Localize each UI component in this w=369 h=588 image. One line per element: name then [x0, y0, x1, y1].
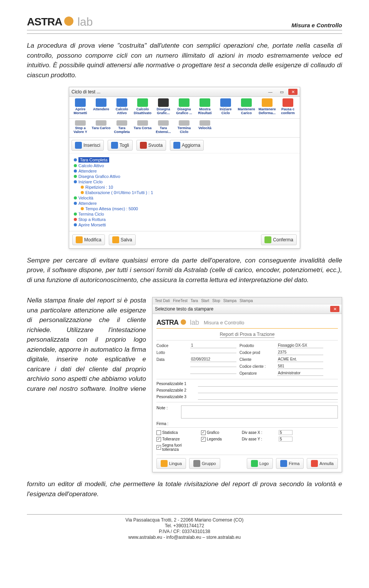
action-button[interactable]: Inserisci: [71, 140, 104, 151]
menu-item[interactable]: Stop: [212, 299, 220, 303]
checkbox[interactable]: ✓Grafico: [201, 430, 239, 435]
page-footer: Via Passalacqua Trotti, 2 - 22066 Marian…: [27, 514, 342, 540]
paragraph-2: Sempre per cercare di evitare qualsiasi …: [27, 256, 342, 285]
tree-item[interactable]: Aprire Morsetti: [74, 223, 295, 227]
checkbox[interactable]: Statistica: [156, 430, 199, 435]
tree-item[interactable]: Termina Ciclo: [74, 212, 295, 216]
tree-item[interactable]: Velocità: [74, 196, 295, 200]
bottom-button[interactable]: Modifica: [72, 234, 105, 245]
field-input[interactable]: [190, 373, 236, 374]
menu-item[interactable]: Stampa: [223, 299, 236, 303]
menu-item[interactable]: Tara: [191, 299, 198, 303]
action-button[interactable]: Svuota: [136, 140, 166, 151]
tree-item[interactable]: Stop a Rottura: [74, 217, 295, 222]
toolbar-button[interactable]: Mostra Risultati: [194, 98, 215, 115]
toolbar-button[interactable]: Calcolo Attivo: [111, 98, 132, 115]
toolbar-button[interactable]: Velocità: [194, 120, 215, 134]
action-button[interactable]: Aggiorna: [170, 140, 204, 151]
field-label: Pesonalizzabile 2: [156, 388, 195, 393]
action-button[interactable]: Togli: [108, 140, 133, 151]
tree-item[interactable]: Attendere: [74, 169, 295, 173]
field-label: Div asse X :: [242, 430, 276, 435]
toolbar-button[interactable]: Disegna Grafic...: [153, 98, 174, 115]
minimize-icon[interactable]: —: [266, 89, 275, 95]
field-label: Lotto: [156, 350, 187, 355]
tree-view[interactable]: Tara CompletaCalcolo AttivoAttendereDise…: [69, 153, 300, 231]
toolbar-button[interactable]: Tara Estensi...: [153, 120, 174, 134]
dialog-button[interactable]: Annulla: [307, 458, 338, 469]
toolbar-button[interactable]: Aprire Morsetti: [70, 98, 91, 115]
note-input[interactable]: [181, 405, 338, 419]
menu-item[interactable]: Start: [201, 299, 209, 303]
window-title: Ciclo di test ...: [71, 89, 100, 95]
tree-item[interactable]: Elaborazione ( 0=Ultimo 1=Tutti ) : 1: [74, 190, 295, 195]
maximize-icon[interactable]: ▭: [277, 89, 286, 95]
toolbar-button[interactable]: Mantenere Deforma...: [257, 98, 278, 115]
field-input[interactable]: [198, 382, 338, 387]
dialog-titlebar: Selezione testo da stampare ✕: [153, 304, 342, 314]
toolbar-button[interactable]: Calcolo Disattivato: [132, 98, 153, 115]
toolbar-button[interactable]: Tara Carico: [91, 120, 111, 134]
dialog-button[interactable]: Firma: [276, 458, 304, 469]
toolbar-button[interactable]: Iniziare Ciclo: [215, 98, 236, 115]
checkbox[interactable]: ✓Tolleranze: [156, 437, 199, 442]
field-input[interactable]: [190, 352, 236, 353]
field-input[interactable]: Fissaggio DX-SX: [277, 343, 323, 348]
field-input[interactable]: [198, 388, 338, 393]
footer-line-2: Tel. +39031744172: [27, 523, 342, 528]
logo-icon: [181, 319, 186, 325]
tree-item[interactable]: Calcolo Attivo: [74, 163, 295, 168]
paragraph-3b: fornito un editor di modelli, che permet…: [27, 479, 342, 499]
titlebar: Ciclo di test ... — ▭ ✕: [69, 87, 300, 97]
field-input[interactable]: 1: [190, 343, 236, 348]
tree-item[interactable]: Tempo Attesa (msec) : 5000: [74, 206, 295, 211]
dialog-button[interactable]: Logo: [247, 458, 273, 469]
logo-main-text: ASTRA: [27, 16, 62, 28]
field-input[interactable]: Administrator: [277, 370, 323, 376]
bottom-button[interactable]: Conferma: [261, 234, 297, 245]
footer-line-4: www.astralab.eu - info@astralab.eu – sto…: [27, 535, 342, 540]
menu-item[interactable]: FineTest: [173, 299, 188, 303]
divider: [27, 33, 342, 34]
checkbox-grid: Statistica ✓Grafico Div asse X :5✓Toller…: [156, 427, 338, 452]
field-input[interactable]: 5: [279, 437, 293, 442]
field-input[interactable]: 02/08/2012: [190, 357, 236, 362]
dialog-button[interactable]: Gruppo: [189, 458, 220, 469]
field-label: Pesonalizzabile 1: [156, 382, 195, 387]
logo-icon: [64, 17, 73, 26]
tree-item[interactable]: Disegna Grafico Attivo: [74, 174, 295, 179]
field-input[interactable]: 581: [277, 364, 323, 369]
checkbox[interactable]: ✓Segna fuori tolleranza: [156, 443, 199, 452]
firma-label: Firma :: [156, 422, 338, 426]
toolbar-button[interactable]: Attendere: [91, 98, 111, 115]
field-input[interactable]: [198, 395, 338, 400]
action-buttons-row: InserisciTogliSvuotaAggiorna: [69, 138, 300, 153]
menubar: Test DatiFineTestTaraStartStopStampaStam…: [153, 297, 342, 304]
menu-item[interactable]: Stampa: [239, 299, 253, 303]
menu-item[interactable]: Test Dati: [155, 299, 170, 303]
tree-item[interactable]: Tara Completa: [74, 157, 295, 163]
toolbar-button[interactable]: Termina Ciclo: [174, 120, 194, 134]
field-input[interactable]: 2375: [277, 350, 323, 355]
toolbar-button[interactable]: Disegna Grafico ...: [174, 98, 194, 115]
bottom-buttons-row: ModificaSalvaConferma: [69, 231, 300, 248]
checkbox[interactable]: ✓Legenda: [201, 437, 239, 442]
toolbar-button[interactable]: Pausa c conferm: [278, 98, 298, 115]
screenshot-report-dialog: Test DatiFineTestTaraStartStopStampaStam…: [152, 297, 342, 472]
tree-item[interactable]: Iniziare Ciclo: [74, 179, 295, 184]
close-icon[interactable]: ✕: [330, 306, 339, 312]
field-input[interactable]: [190, 366, 236, 367]
bottom-button[interactable]: Salva: [109, 234, 136, 245]
dialog-button[interactable]: Lingua: [156, 458, 186, 469]
toolbar-button[interactable]: Stop a Valore Y: [70, 120, 91, 134]
field-label: Pesonalizzabile 3: [156, 395, 195, 400]
toolbar-button[interactable]: Tara Corsa: [132, 120, 153, 134]
tree-item[interactable]: Ripetizioni : 10: [74, 185, 295, 189]
field-input[interactable]: 5: [279, 430, 293, 435]
page-header: ASTRA lab Misura e Controllo: [27, 15, 342, 30]
toolbar-button[interactable]: Mantenere Carico: [236, 98, 257, 115]
close-icon[interactable]: ✕: [288, 89, 298, 95]
toolbar-button[interactable]: Tara Completa: [111, 120, 132, 134]
tree-item[interactable]: Attendere: [74, 201, 295, 206]
field-input[interactable]: ACME Ent.: [277, 357, 323, 362]
